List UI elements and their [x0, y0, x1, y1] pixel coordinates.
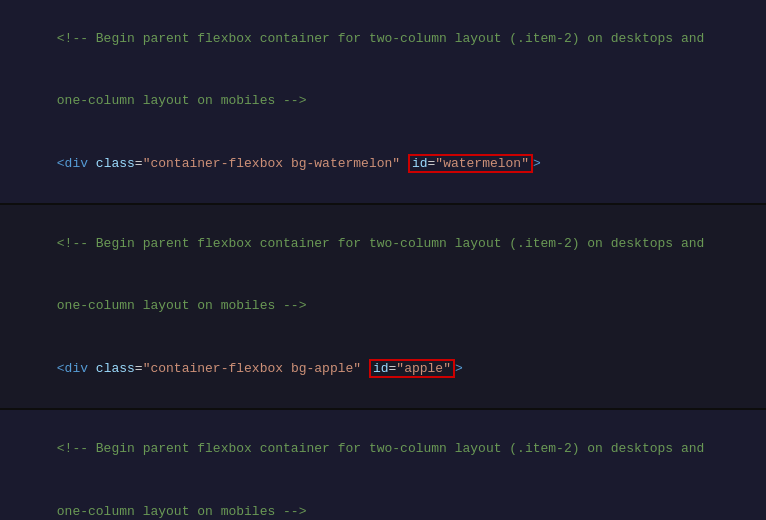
comment-text: <!-- Begin parent flexbox container for …: [57, 31, 705, 46]
code-block-blueberry: <!-- Begin parent flexbox container for …: [0, 410, 766, 520]
comment-line-1: <!-- Begin parent flexbox container for …: [10, 213, 756, 275]
div-line: <div class="container-flexbox bg-waterme…: [10, 133, 756, 195]
code-editor: <!-- Begin parent flexbox container for …: [0, 0, 766, 520]
comment-line-2: one-column layout on mobiles -->: [10, 481, 756, 520]
comment-text: <!-- Begin parent flexbox container for …: [57, 236, 705, 251]
comment-line-1: <!-- Begin parent flexbox container for …: [10, 8, 756, 70]
comment-text: <!-- Begin parent flexbox container for …: [57, 441, 705, 456]
div-line: <div class="container-flexbox bg-apple" …: [10, 338, 756, 400]
comment-text-2: one-column layout on mobiles -->: [57, 93, 307, 108]
id-attr-highlighted: id="watermelon": [408, 154, 533, 173]
comment-line-2: one-column layout on mobiles -->: [10, 276, 756, 338]
comment-line-1: <!-- Begin parent flexbox container for …: [10, 418, 756, 480]
code-block-watermelon: <!-- Begin parent flexbox container for …: [0, 0, 766, 205]
comment-line-2: one-column layout on mobiles -->: [10, 70, 756, 132]
comment-text-2: one-column layout on mobiles -->: [57, 298, 307, 313]
class-attr: class: [96, 361, 135, 376]
class-attr: class: [96, 156, 135, 171]
open-tag: <div: [57, 361, 96, 376]
id-attr-highlighted: id="apple": [369, 359, 455, 378]
comment-text-2: one-column layout on mobiles -->: [57, 504, 307, 519]
code-block-apple: <!-- Begin parent flexbox container for …: [0, 205, 766, 410]
open-tag: <div: [57, 156, 96, 171]
